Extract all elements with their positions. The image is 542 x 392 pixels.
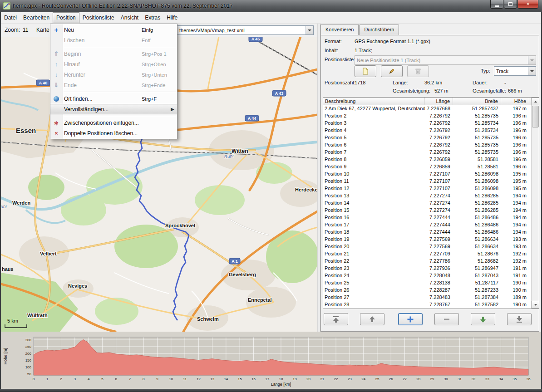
table-row[interactable]: Position 117.22710751.286098195 m [323,178,531,185]
svg-text:11: 11 [183,377,187,381]
menu-item-shortcut: Strg+Oben [142,62,177,67]
move-bottom-button[interactable] [507,313,532,325]
splitter[interactable] [317,24,320,332]
table-row[interactable]: Position 157.22727451.286285194 m [323,207,531,214]
menubar-item-hilfe[interactable]: Hilfe [163,12,181,23]
menubar-item-position[interactable]: Position [53,12,79,23]
table-row[interactable]: Position 197.22756951.286634193 m [323,236,531,243]
svg-text:32: 32 [471,377,475,381]
type-select[interactable]: Track [494,66,536,76]
table-scrollbar[interactable] [531,98,539,309]
delete-positionlist-button[interactable] [407,65,429,77]
menu-item-shortcut: Strg+Unten [142,72,177,78]
window-title: herne.gpx - RouteConverter Offline Editi… [13,3,233,9]
rename-positionlist-button[interactable] [381,65,403,77]
map-theme-select[interactable]: themes/VMap/Vmap_test.xml [177,25,314,35]
svg-text:35: 35 [512,377,517,381]
menubar-item-extras[interactable]: Extras [142,12,163,23]
move-top-button[interactable] [324,313,348,325]
header-breite[interactable]: Breite [453,98,501,105]
city-label: Ennepetal [248,297,272,303]
header-hoehe[interactable]: Höhe [501,98,529,105]
table-row[interactable]: Position 207.22756951.286634193 m [323,243,531,250]
menu-item-label: Neu [62,27,142,33]
plus-icon: + [50,26,62,34]
convert-panel: Format: GPS Exchange Format 1.1 (*.gpx) … [320,35,539,332]
menu-item-herunter[interactable]: ↓HerunterStrg+Unten [50,69,177,80]
table-row[interactable]: Position 257.22813851.287117190 m [323,279,531,287]
table-row[interactable]: Position 187.22744451.286486194 m [323,229,531,236]
table-row[interactable]: Position 277.22848351.287384189 m [323,294,531,301]
table-row[interactable]: Position 247.22804851.287043191 m [323,272,531,279]
menu-item-beginn[interactable]: ⇑BeginnStrg+Pos 1 [50,49,177,59]
header-laenge[interactable]: Länge [425,98,453,105]
scroll-down-button[interactable] [532,301,539,309]
menubar-item-ansicht[interactable]: Ansicht [118,12,142,23]
chevron-down-icon[interactable] [305,26,313,34]
table-row[interactable]: Position 97.22685951.28581196 m [323,163,531,171]
menubar-item-bearbeiten[interactable]: Bearbeiten [20,12,53,23]
tab-durchstoebern[interactable]: Durchstöbern [359,24,399,35]
table-row[interactable]: Position 77.22679251.285735196 m [323,149,531,156]
close-button[interactable]: × [517,0,538,9]
table-row[interactable]: Position 227.22778651.28682192 m [323,258,531,265]
svg-text:22: 22 [334,377,338,381]
new-positionlist-button[interactable] [355,65,376,77]
table-row[interactable]: Position 147.22727451.286285194 m [323,200,531,207]
add-position-button[interactable] [398,313,423,325]
menu-item-zwischenpositionen-einf-gen[interactable]: ∗Zwischenpositionen einfügen... [50,118,177,128]
title-bar[interactable]: herne.gpx - RouteConverter Offline Editi… [0,0,542,12]
table-row[interactable]: Position 237.22793651.286947191 m [323,265,531,272]
menu-item-doppelte-positionen-l-schen[interactable]: ×Doppelte Positionen löschen... [50,128,177,138]
scroll-thumb[interactable] [532,106,539,127]
menu-item-label: Löschen [62,37,142,44]
scroll-up-button[interactable] [532,98,539,105]
table-row[interactable]: Position 217.22770951.28676192 m [323,250,531,258]
menu-item-shortcut: Einfg [142,27,177,33]
menu-item-neu[interactable]: +NeuEinfg [50,24,177,35]
table-row[interactable]: Position 137.22727451.286285194 m [323,192,531,200]
window-controls: × [490,0,538,9]
menubar-item-datei[interactable]: Datei [1,12,20,23]
menu-separator [64,116,176,116]
menu-item-ende[interactable]: ⇓EndeStrg+Ende [50,80,177,90]
table-row[interactable]: Position 57.22679251.285735196 m [323,134,531,142]
header-beschreibung[interactable]: Beschreibung [323,98,425,105]
menu-item-ort-finden[interactable]: Ort finden...Strg+F [50,93,177,104]
menu-item-l-schen[interactable]: LöschenEntf [50,35,177,45]
new-document-icon [362,68,369,75]
svg-text:1: 1 [46,377,49,381]
table-row[interactable]: Position 27.22679251.285735196 m [323,113,531,120]
duration-value: - [504,80,506,85]
svg-text:150: 150 [25,358,32,363]
table-row[interactable]: 2 Am Diek 67, 42277 Wuppertal, Deutschla… [323,105,531,113]
table-row[interactable]: Position 67.22679251.285735196 m [323,142,531,149]
table-row[interactable]: Position 107.22710751.286098195 m [323,171,531,178]
table-row[interactable]: Position 267.22828751.287233190 m [323,287,531,294]
type-value: Track [494,69,528,74]
motorway-shield-label: A 40 [39,81,48,85]
city-label: Sprockhövel [165,223,195,228]
minimize-button[interactable] [490,0,503,9]
svg-text:15: 15 [238,377,242,381]
move-down-icon [478,315,488,324]
table-row[interactable]: Position 37.22679251.285734196 m [323,120,531,127]
move-up-button[interactable] [360,313,384,325]
menu-item-hinauf[interactable]: ↑HinaufStrg+Oben [50,59,177,69]
tab-konvertieren[interactable]: Konvertieren [320,24,359,35]
remove-position-button[interactable] [434,313,459,325]
table-row[interactable]: Position 127.22710751.286098195 m [323,185,531,192]
move-down-button[interactable] [471,313,495,325]
svg-text:34: 34 [499,377,503,381]
table-row[interactable]: Position 287.22876751.287582190 m [323,301,531,309]
table-row[interactable]: Position 87.22685951.28581196 m [323,156,531,163]
table-row[interactable]: Position 177.22744451.286486194 m [323,221,531,229]
table-row[interactable]: Position 47.22679251.285734196 m [323,127,531,134]
positionlist-select[interactable]: Neue Positionsliste 1 (Track) [355,55,536,65]
chevron-down-icon[interactable] [528,67,536,75]
table-header[interactable]: Beschreibung Länge Breite Höhe [323,98,531,105]
menubar-item-positionsliste[interactable]: Positionsliste [79,12,118,23]
table-row[interactable]: Position 167.22744451.286486194 m [323,214,531,221]
menu-item-vervollst-ndigen[interactable]: Vervollständigen...▶ [50,104,177,114]
maximize-button[interactable] [504,0,517,9]
